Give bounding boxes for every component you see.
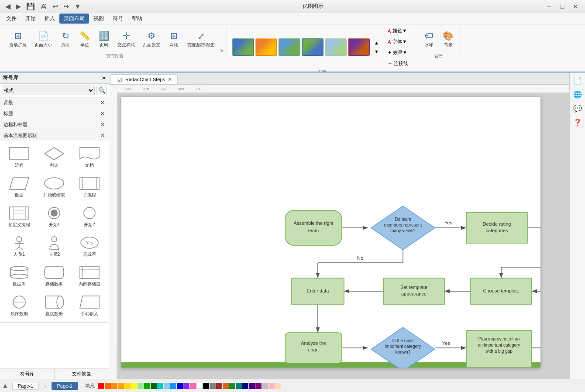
toolbar-btn-undo[interactable]: ↩ [51, 1, 60, 11]
right-panel-btn-web[interactable]: 🌐 [571, 88, 584, 100]
color-green[interactable] [144, 383, 150, 389]
sidebar-section-bg-close[interactable]: ✕ [100, 99, 105, 106]
color-teal2[interactable] [236, 383, 242, 389]
color-white[interactable] [196, 383, 203, 389]
right-panel-btn-help[interactable]: ❓ [571, 116, 584, 128]
toolbar-btn-save[interactable]: 💾 [24, 1, 37, 11]
color-light-pink[interactable] [268, 383, 275, 389]
restore-button[interactable]: □ [556, 2, 568, 11]
sidebar-section-basic-header[interactable]: 基本流程图形状 ✕ [0, 130, 109, 141]
ribbon-btn-page-num[interactable]: 🔢 页码 [95, 28, 113, 50]
color-violet[interactable] [255, 383, 262, 389]
shape-data[interactable]: 数据 [3, 174, 35, 200]
color-sky-blue[interactable] [164, 383, 170, 389]
shape-flow[interactable]: 流程 [3, 144, 35, 170]
shape-decision[interactable]: 判定 [38, 144, 70, 170]
shape-start-end[interactable]: 开始或结束 [38, 174, 70, 200]
color-yellow[interactable] [131, 383, 137, 389]
theme-swatch-2[interactable] [255, 38, 277, 56]
diagram-canvas[interactable]: Yes Yes No [121, 97, 540, 368]
color-teal[interactable] [157, 383, 163, 389]
theme-down-btn[interactable]: ▼ [371, 48, 382, 55]
ribbon-btn-watermark[interactable]: 🏷 水印 [420, 29, 438, 50]
page-add-tab[interactable]: + [41, 382, 49, 390]
ribbon-btn-page-settings[interactable]: ⚙ 页面设置 [140, 28, 163, 50]
color-purple[interactable] [183, 383, 189, 389]
minimize-button[interactable]: ─ [543, 2, 555, 11]
menu-start[interactable]: 开始 [21, 14, 40, 24]
ribbon-btn-cross-style[interactable]: ✛ 交点样式 [114, 28, 138, 50]
page-add-btn[interactable]: ▲ [2, 382, 9, 390]
page-setup-expand[interactable]: ↘ [220, 48, 223, 52]
sidebar-close-btn[interactable]: ✕ [102, 75, 106, 81]
shape-direct[interactable]: 直接数据 [38, 292, 70, 319]
menu-file[interactable]: 文件 [2, 14, 21, 24]
shape-predefined[interactable]: 预定义流程 [3, 203, 35, 230]
menu-help[interactable]: 帮助 [127, 14, 147, 24]
page-tab-1[interactable]: Page-1 [12, 382, 39, 390]
color-dark-blue[interactable] [177, 383, 183, 389]
menu-insert[interactable]: 插入 [40, 14, 59, 24]
sidebar-section-border-header[interactable]: 边框和标题 ✕ [0, 119, 109, 130]
shape-manual[interactable]: 手动输入 [74, 292, 105, 319]
color-blue[interactable] [170, 383, 176, 389]
ribbon-btn-auto-expand[interactable]: ⊞ 自动扩展 [6, 28, 30, 50]
ribbon-btn-unit[interactable]: 📏 单位 [76, 28, 93, 50]
color-silver[interactable] [262, 383, 268, 389]
ribbon-btn-page-size[interactable]: 📄 页面大小 [31, 28, 55, 50]
ribbon-btn-background[interactable]: 🎨 背景 [440, 28, 457, 50]
toolbar-btn-print[interactable]: 🖨 [38, 2, 49, 11]
ribbon-btn-direction[interactable]: ↻ 方向 [57, 28, 74, 50]
ribbon-btn-grid[interactable]: ⊞ 网格 [165, 28, 182, 50]
shape-subprocess[interactable]: 子流程 [74, 174, 105, 200]
shape-person2[interactable]: 人员2 [38, 233, 70, 259]
color-gray[interactable] [210, 383, 216, 389]
sidebar-tab-symbols[interactable]: 符号库 [0, 369, 55, 379]
toolbar-btn-more[interactable]: ▼ [72, 2, 83, 11]
canvas-wrapper[interactable]: Yes Yes No [117, 93, 569, 379]
theme-up-btn[interactable]: ▲ [371, 39, 382, 47]
color-dark-orange[interactable] [111, 383, 117, 389]
page-tab-active[interactable]: Page-1 [52, 382, 78, 390]
sidebar-section-title-header[interactable]: 标题 ✕ [0, 108, 109, 119]
toolbar-btn-forward[interactable]: ▶ [14, 1, 23, 11]
connector-btn[interactable]: → 连接线 [385, 59, 411, 68]
color-pink[interactable] [190, 383, 196, 389]
shape-internal[interactable]: 内部存储器 [74, 263, 105, 289]
theme-swatch-1[interactable] [232, 38, 254, 56]
color-brown[interactable] [216, 383, 222, 389]
toolbar-btn-redo[interactable]: ↪ [62, 1, 71, 11]
sidebar-category-select[interactable]: 根式 基本图形 流程图 [2, 86, 95, 95]
shape-start2[interactable]: 开始2 [74, 203, 105, 230]
sidebar-search-button[interactable]: 🔍 [96, 86, 107, 95]
shape-database[interactable]: 数据库 [3, 263, 35, 289]
color-btn[interactable]: A 颜色▼ [385, 26, 411, 35]
right-panel-btn-page[interactable]: 📄 [571, 74, 584, 86]
close-button[interactable]: ✕ [569, 2, 582, 11]
color-indigo[interactable] [249, 383, 255, 389]
color-chocolate[interactable] [223, 383, 229, 389]
color-orange[interactable] [118, 383, 124, 389]
sidebar-section-bg-header[interactable]: 背景 ✕ [0, 97, 109, 108]
shape-yesno[interactable]: Yes 是或否 [74, 233, 105, 259]
sidebar-tab-file-recover[interactable]: 文件恢复 [55, 369, 109, 379]
effect-btn[interactable]: ✦ 效果▼ [385, 48, 411, 57]
color-orange-red[interactable] [105, 383, 111, 389]
shape-start1[interactable]: 开始1 [38, 203, 70, 230]
theme-swatch-3[interactable] [279, 38, 300, 56]
color-black[interactable] [203, 383, 209, 389]
shape-person1[interactable]: 人员1 [3, 233, 35, 259]
shape-storage[interactable]: 存储数据 [38, 263, 70, 289]
menu-view[interactable]: 视图 [89, 14, 108, 24]
color-navy[interactable] [242, 383, 248, 389]
diagram-tab-radar[interactable]: 📊 Radar Chart Steps ✕ [111, 74, 178, 84]
color-red[interactable] [98, 383, 104, 389]
theme-swatch-4[interactable] [302, 38, 323, 56]
sidebar-section-title-close[interactable]: ✕ [100, 110, 105, 117]
theme-swatch-6[interactable] [348, 38, 370, 56]
right-panel-btn-chat[interactable]: 💬 [571, 102, 584, 114]
shape-seq[interactable]: 顺序数据 [3, 292, 35, 319]
menu-symbol[interactable]: 符号 [108, 14, 127, 24]
color-forest-green[interactable] [229, 383, 235, 389]
color-light-green[interactable] [138, 383, 144, 389]
